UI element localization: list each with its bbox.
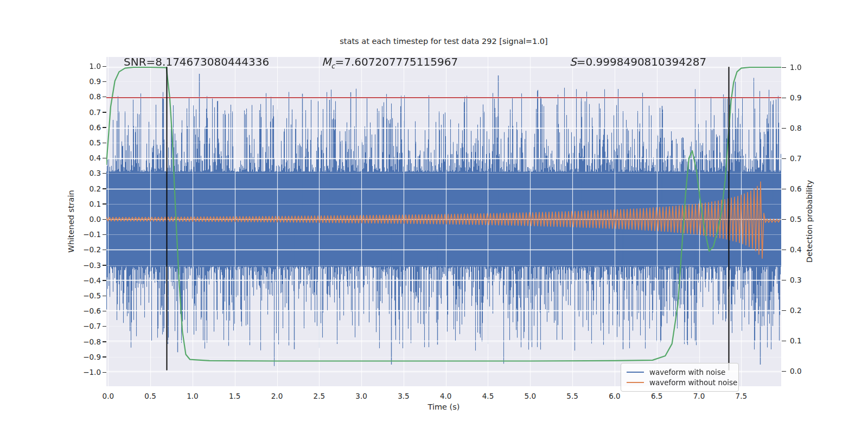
y-left-tick-label: 0.2 <box>74 185 101 193</box>
x-tick-label: 3.5 <box>393 392 414 400</box>
x-axis-label: Time (s) <box>106 403 781 411</box>
legend-item: waveform with noise <box>627 367 733 377</box>
y-right-tick-mark <box>782 98 786 99</box>
y-left-tick-label: −0.2 <box>74 246 101 253</box>
y-right-tick-mark <box>782 128 786 129</box>
legend-item-label: waveform with noise <box>649 368 725 376</box>
y-left-tick-label: 0.0 <box>74 215 101 223</box>
x-tick-label: 2.0 <box>266 392 288 400</box>
x-tick-label: 0.5 <box>139 392 161 400</box>
y-right-tick-label: 0.8 <box>790 124 817 132</box>
y-left-tick-label: 0.5 <box>74 139 101 146</box>
y-right-tick-label: 0.3 <box>790 276 817 284</box>
x-tick-label: 4.5 <box>477 392 499 400</box>
y-right-tick-mark <box>782 189 786 190</box>
y-left-tick-label: −0.6 <box>74 307 101 315</box>
y-left-tick-mark <box>103 173 106 174</box>
y-left-tick-label: 0.7 <box>74 108 101 116</box>
y-right-tick-mark <box>782 310 786 311</box>
x-tick-label: 6.5 <box>646 392 668 400</box>
legend-item: waveform without noise <box>627 377 733 387</box>
annotation-snr: SNR=8.174673080444336 <box>124 55 269 68</box>
y-left-tick-mark <box>103 372 106 373</box>
y-left-tick-mark <box>103 311 106 312</box>
y-left-tick-mark <box>103 158 106 159</box>
y-left-tick-mark <box>103 234 106 235</box>
y-right-tick-mark <box>782 67 786 68</box>
y-left-tick-mark <box>103 112 106 113</box>
y-right-tick-label: 0.2 <box>790 307 817 314</box>
y-left-tick-label: 0.6 <box>74 124 101 131</box>
y-left-tick-mark <box>103 326 106 327</box>
snr-value: =8.174673080444336 <box>146 55 270 68</box>
y-left-tick-mark <box>103 250 106 251</box>
y-right-tick-label: 0.7 <box>790 155 817 162</box>
annotation-chirp-mass: Mc=7.607207775115967 <box>322 55 458 70</box>
y-right-tick-mark <box>782 219 786 220</box>
x-tick-label: 5.0 <box>519 392 541 400</box>
snr-label: SNR <box>124 55 146 68</box>
y-right-tick-label: 0.0 <box>790 367 817 375</box>
y-left-tick-label: −0.9 <box>74 353 101 361</box>
y-left-tick-mark <box>103 265 106 266</box>
y-left-tick-label: 0.3 <box>74 169 101 177</box>
y-right-tick-mark <box>782 250 786 251</box>
y-left-tick-label: −0.4 <box>74 277 101 284</box>
plot-canvas <box>106 57 781 386</box>
y-left-tick-mark <box>103 356 106 358</box>
y-left-tick-label: −0.1 <box>74 231 101 238</box>
y-right-tick-label: 0.6 <box>790 185 817 193</box>
x-tick-label: 7.0 <box>688 392 710 400</box>
x-tick-label: 0.0 <box>97 392 119 400</box>
y-left-tick-label: −0.5 <box>74 292 101 299</box>
y-left-tick-mark <box>103 280 106 281</box>
x-tick-label: 1.0 <box>182 392 203 400</box>
legend: waveform with noisewaveform without nois… <box>621 363 739 392</box>
y-left-tick-label: −1.0 <box>74 368 101 376</box>
legend-line-sample <box>627 382 644 383</box>
y-left-tick-mark <box>103 81 106 82</box>
chirp-mass-value: =7.607207775115967 <box>335 55 458 68</box>
y-right-tick-label: 0.1 <box>790 337 817 344</box>
chirp-mass-symbol: M <box>322 55 331 68</box>
significance-value: =0.9998490810394287 <box>577 55 706 68</box>
y-left-tick-mark <box>103 143 106 144</box>
y-left-tick-label: 0.1 <box>74 200 101 208</box>
y-left-tick-mark <box>103 127 106 128</box>
figure: stats at each timestep for test data 292… <box>0 0 868 434</box>
x-tick-label: 1.5 <box>224 392 246 400</box>
y-right-tick-label: 1.0 <box>790 63 817 71</box>
y-left-tick-label: −0.7 <box>74 322 101 330</box>
annotation-significance: S=0.9998490810394287 <box>570 55 706 68</box>
y-right-tick-label: 0.9 <box>790 94 817 101</box>
y-right-tick-mark <box>782 341 786 342</box>
x-tick-label: 2.5 <box>308 392 330 400</box>
y-left-tick-label: 0.4 <box>74 154 101 162</box>
y-right-tick-mark <box>782 371 786 372</box>
y-left-tick-label: −0.8 <box>74 338 101 346</box>
y-left-tick-mark <box>103 296 106 297</box>
y-right-tick-mark <box>782 280 786 281</box>
y-left-tick-label: 0.8 <box>74 93 101 100</box>
y-left-tick-label: 0.9 <box>74 78 101 85</box>
y-left-tick-mark <box>103 341 106 342</box>
y-left-tick-label: 1.0 <box>74 62 101 70</box>
x-tick-label: 5.5 <box>561 392 583 400</box>
y-left-tick-mark <box>103 203 106 205</box>
chart-title: stats at each timestep for test data 292… <box>106 37 781 46</box>
y-right-tick-label: 0.5 <box>790 215 817 223</box>
y-left-tick-label: −0.3 <box>74 261 101 269</box>
y-left-tick-mark <box>103 66 106 67</box>
y-left-tick-mark <box>103 219 106 220</box>
significance-symbol: S <box>570 55 577 68</box>
y-left-tick-mark <box>103 188 106 189</box>
x-tick-label: 4.0 <box>435 392 457 400</box>
legend-item-label: waveform without noise <box>649 378 737 387</box>
y-right-tick-label: 0.4 <box>790 246 817 253</box>
x-tick-label: 7.5 <box>730 392 752 400</box>
y-left-tick-mark <box>103 97 106 98</box>
x-tick-label: 6.0 <box>604 392 626 400</box>
legend-line-sample <box>627 372 644 373</box>
x-tick-label: 3.0 <box>350 392 372 400</box>
y-right-tick-mark <box>782 158 786 159</box>
